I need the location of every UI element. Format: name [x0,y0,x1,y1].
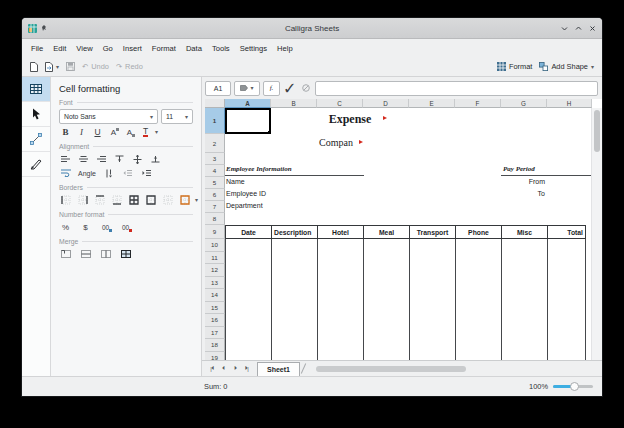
align-bottom-button[interactable] [149,153,162,165]
column-header-e[interactable]: E [409,99,455,108]
border-color-button[interactable] [178,194,191,206]
merge-horizontal-button[interactable] [79,248,92,260]
align-left-button[interactable] [59,153,72,165]
menu-item-format[interactable]: Format [147,42,181,55]
row-header-13[interactable]: 13 [205,277,225,290]
redo-button[interactable]: ↷ Redo [116,62,143,71]
border-top-button[interactable] [93,194,106,206]
cancel-button[interactable] [299,82,312,94]
menu-item-help[interactable]: Help [272,42,298,55]
close-button[interactable] [589,25,596,32]
row-header-1[interactable]: 1 [205,108,225,134]
cell-a5-name[interactable]: Name [226,178,245,185]
vertical-scrollbar-thumb[interactable] [594,110,600,152]
vertical-text-button[interactable] [102,167,115,179]
new-document-button[interactable] [30,62,38,72]
table-header-misc[interactable]: Misc [501,225,548,239]
bold-button[interactable]: B [59,126,72,138]
border-bottom-button[interactable] [110,194,123,206]
row-header-14[interactable]: 14 [205,289,225,302]
merge-cells-button[interactable] [59,248,72,260]
menu-item-view[interactable]: View [71,42,97,55]
column-header-a[interactable]: A [225,99,271,108]
font-size-select[interactable]: 11 ▾ [161,109,193,124]
align-right-button[interactable] [95,153,108,165]
row-header-11[interactable]: 11 [205,252,225,265]
zoom-slider-thumb[interactable] [570,382,579,391]
dissociate-cells-button[interactable] [119,248,132,260]
column-header-f[interactable]: F [455,99,501,108]
table-header-hotel[interactable]: Hotel [317,225,364,239]
open-document-button[interactable]: ▾ [45,62,59,72]
horizontal-scrollbar-thumb[interactable] [316,366,466,372]
indent-more-button[interactable] [140,167,153,179]
window-pin-icon[interactable] [41,25,47,32]
column-header-d[interactable]: D [363,99,409,108]
menu-item-file[interactable]: File [26,42,48,55]
subscript-button[interactable]: A [123,126,136,138]
border-none-button[interactable] [161,194,174,206]
table-header-transport[interactable]: Transport [409,225,456,239]
row-header-16[interactable]: 16 [205,314,225,327]
menu-item-go[interactable]: Go [98,42,118,55]
italic-button[interactable]: I [75,126,88,138]
vertical-scrollbar[interactable] [591,108,602,360]
row-header-8[interactable]: 8 [205,213,225,225]
menu-item-insert[interactable]: Insert [118,42,147,55]
previous-sheet-button[interactable]: ⏴ [218,363,229,374]
indent-less-button[interactable] [121,167,134,179]
cell-reference-box[interactable]: A1 [205,81,231,96]
menu-item-edit[interactable]: Edit [48,42,71,55]
row-header-3[interactable]: 3 [205,153,225,165]
table-header-date[interactable]: Date [225,225,272,239]
first-sheet-button[interactable]: ⏴| [206,363,217,374]
percent-format-button[interactable]: % [59,221,72,233]
row-header-18[interactable]: 18 [205,339,225,352]
row-header-17[interactable]: 17 [205,327,225,340]
sheet-cell-area[interactable]: Expense Compan Employee Information Pay … [225,108,592,360]
named-range-button[interactable]: ▾ [234,81,260,96]
select-all-corner[interactable] [205,99,225,108]
function-button[interactable]: f. [263,81,280,96]
sheet-tab[interactable]: Sheet1 [257,362,300,376]
cell-g4-pay-period[interactable]: Pay Period [501,165,592,176]
align-middle-button[interactable] [131,153,144,165]
column-header-c[interactable]: C [317,99,363,108]
row-header-10[interactable]: 10 [205,239,225,252]
add-shape-button[interactable]: Add Shape ▾ [539,62,594,71]
zoom-slider[interactable] [553,385,593,388]
cell-a7-department[interactable]: Department [226,202,263,209]
cell-g5-from[interactable]: From [455,178,545,185]
text-color-button[interactable]: T [139,126,152,138]
merge-vertical-button[interactable] [99,248,112,260]
save-button[interactable] [66,62,75,71]
dock-tab-calligraphy[interactable] [22,152,50,177]
dock-tab-cell-formatting[interactable] [22,77,50,102]
row-header-9[interactable]: 9 [205,225,225,239]
increase-precision-button[interactable]: 00 [99,221,112,233]
decrease-precision-button[interactable]: 00 [119,221,132,233]
column-header-g[interactable]: G [501,99,547,108]
align-top-button[interactable] [113,153,126,165]
menu-item-data[interactable]: Data [181,42,207,55]
column-header-h[interactable]: H [547,99,592,108]
row-header-5[interactable]: 5 [205,177,225,189]
cell-c1-title[interactable]: Expense [305,112,395,127]
table-header-meal[interactable]: Meal [363,225,410,239]
row-header-2[interactable]: 2 [205,134,225,153]
selection-handle[interactable] [268,131,271,134]
cell-a6-employee-id[interactable]: Employee ID [226,190,266,197]
format-button[interactable]: Format [497,62,532,71]
menu-item-tools[interactable]: Tools [207,42,235,55]
cell-c2-subtitle[interactable]: Compan [295,137,377,148]
font-family-select[interactable]: Noto Sans ▾ [59,109,158,124]
row-header-19[interactable]: 19 [205,352,225,361]
align-center-button[interactable] [77,153,90,165]
last-sheet-button[interactable]: |⏵ [242,363,253,374]
cell-g6-to[interactable]: To [455,190,545,197]
dock-tab-shape-selection[interactable] [22,102,50,127]
border-all-button[interactable] [127,194,140,206]
undo-button[interactable]: ↶ Undo [82,62,109,71]
wrap-text-button[interactable] [59,167,72,179]
menu-item-settings[interactable]: Settings [235,42,272,55]
